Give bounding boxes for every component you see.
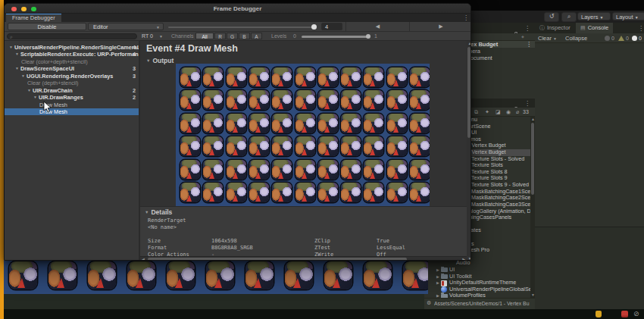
sprite-icon: [341, 136, 361, 156]
type-icon[interactable]: ◉: [506, 109, 511, 115]
console-error-count[interactable]: 0: [632, 35, 642, 42]
hidden-count-icon[interactable]: ⌀: [516, 109, 519, 115]
event-slider-track[interactable]: [168, 27, 317, 28]
collapse-button[interactable]: Collapse: [565, 35, 587, 42]
disable-button[interactable]: Disable: [8, 23, 86, 30]
close-icon[interactable]: [11, 7, 17, 12]
foldout-arrow-icon[interactable]: ▼: [9, 45, 13, 49]
vertical-scrollbar[interactable]: ▲ ▼: [467, 41, 471, 261]
channel-button-a[interactable]: A: [251, 33, 262, 39]
tab-frame-debugger[interactable]: Frame Debugger: [6, 14, 61, 22]
scroll-down-icon[interactable]: ▼: [468, 257, 472, 261]
sprite-icon: [203, 183, 223, 202]
project-item[interactable]: ▶UI Toolkit: [424, 274, 530, 280]
scroll-up-icon[interactable]: ▲: [531, 117, 535, 121]
foldout-arrow-icon[interactable]: ▼: [21, 73, 25, 78]
kebab-menu-icon[interactable]: ⋮: [524, 25, 530, 33]
tree-item[interactable]: ▼UGUI.Rendering.RenderOverlays3: [5, 73, 139, 80]
tree-item[interactable]: ▼DrawScreenSpaceUI3: [5, 65, 139, 72]
event-number-field[interactable]: 4: [321, 23, 342, 30]
foldout-arrow-icon[interactable]: ▼: [27, 88, 31, 92]
console-message-list[interactable]: [535, 43, 644, 227]
tree-item[interactable]: ▼ScriptableRenderer.Execute: URP-Perform…: [5, 51, 139, 58]
project-item-label: Audio: [456, 260, 470, 267]
project-item-label: DialogGallery (Animation, Data): [464, 208, 530, 215]
status-bell-icon[interactable]: [596, 311, 602, 317]
chevron-down-icon: ▼: [553, 36, 557, 41]
tree-item[interactable]: Clear (depth+stencil): [5, 80, 139, 86]
levels-slider-track[interactable]: [302, 36, 368, 38]
next-event-button[interactable]: ▶: [409, 22, 471, 31]
scroll-up-icon[interactable]: ▲: [468, 42, 472, 45]
foldout-arrow-icon[interactable]: ▼: [15, 66, 19, 70]
sprite-icon: [285, 261, 313, 289]
project-item[interactable]: UniversalRenderPipelineGlobalSettings: [424, 286, 530, 293]
project-item[interactable]: Audio: [424, 260, 530, 267]
scrollbar-thumb[interactable]: [531, 123, 534, 195]
tab-inspector[interactable]: ⓘInspector: [535, 23, 575, 33]
status-grid-icon[interactable]: [621, 311, 628, 317]
foldout-arrow-icon[interactable]: ▶: [435, 274, 441, 280]
scrollbar-thumb[interactable]: [148, 258, 407, 261]
kebab-menu-icon[interactable]: ⋮: [524, 100, 530, 108]
event-title: Event #4 Draw Mesh: [146, 43, 238, 54]
project-item[interactable]: ▶UI: [424, 267, 530, 274]
scroll-right-icon[interactable]: ▶: [462, 258, 465, 261]
search-input[interactable]: ⌕: [7, 33, 137, 39]
maximize-icon[interactable]: [31, 7, 36, 12]
rt-dropdown[interactable]: RT 0 ▼: [142, 33, 163, 39]
search-icon[interactable]: ⌕: [561, 12, 577, 22]
horizontal-scrollbar[interactable]: ◀ ▶: [140, 256, 467, 261]
channel-button-r[interactable]: R: [214, 33, 226, 39]
output-foldout[interactable]: ▼Output: [146, 57, 174, 64]
foldout-arrow-icon[interactable]: ▼: [33, 95, 37, 99]
folder-icon: [441, 267, 448, 272]
kebab-menu-icon[interactable]: ⋮: [638, 25, 644, 33]
label-icon[interactable]: ◪: [496, 109, 501, 115]
sprite-icon: [180, 67, 200, 87]
layout-dropdown[interactable]: Layout ▼: [612, 12, 644, 20]
tree-item[interactable]: ▼UniversalRenderPipeline.RenderSingleCam…: [5, 44, 139, 51]
channel-button-all[interactable]: All: [195, 33, 214, 39]
info-icon: ⓘ: [539, 25, 545, 30]
picker-icon[interactable]: ⌖: [521, 34, 524, 40]
tree-item-label: UGUI.Rendering.RenderOverlays: [27, 73, 113, 80]
sprite-icon: [272, 136, 292, 156]
channel-button-b[interactable]: B: [239, 33, 250, 39]
detail-value: True: [377, 238, 389, 244]
clear-button[interactable]: Clear ▼: [538, 35, 557, 42]
foldout-arrow-icon[interactable]: ▶: [435, 267, 441, 274]
favorites-icon[interactable]: ✦: [485, 109, 489, 115]
layers-dropdown[interactable]: Layers ▼: [577, 12, 611, 20]
foldout-arrow-icon[interactable]: ▼: [15, 52, 19, 56]
window-titlebar[interactable]: Frame Debugger: [5, 4, 470, 14]
details-foldout[interactable]: ▼Details: [145, 208, 172, 216]
project-item[interactable]: ▶UnityDefaultRuntimeTheme: [424, 280, 530, 286]
foldout-arrow-icon[interactable]: ▶: [435, 280, 441, 286]
folder-icon: [441, 274, 448, 279]
scroll-left-icon[interactable]: ◀: [142, 258, 145, 261]
history-icon[interactable]: ↺: [544, 12, 559, 22]
tree-item[interactable]: ▼UIR.DrawChain2: [5, 87, 139, 94]
minimize-icon[interactable]: [21, 7, 27, 12]
console-info-count[interactable]: 0: [605, 35, 614, 42]
previous-event-button[interactable]: ◀: [345, 22, 409, 31]
tree-item[interactable]: Draw Mesh: [5, 102, 139, 108]
scroll-down-icon[interactable]: ▼: [531, 293, 535, 297]
levels-slider-handle[interactable]: [366, 34, 370, 39]
target-dropdown[interactable]: Editor ▼: [88, 23, 164, 30]
project-scrollbar[interactable]: ▲ ▼: [530, 117, 535, 298]
draw-call-count: 2: [133, 87, 136, 94]
channel-button-g[interactable]: G: [227, 33, 238, 39]
kebab-menu-icon[interactable]: ⋮: [463, 14, 469, 22]
status-progress-icon[interactable]: ⊘: [633, 309, 639, 319]
tree-item[interactable]: Clear (color+depth+stencil): [5, 58, 139, 65]
scrollbar-thumb[interactable]: [467, 47, 470, 138]
tab-console[interactable]: ▤Console: [576, 23, 613, 33]
draw-call-count: 2: [133, 94, 136, 101]
event-slider-handle[interactable]: [311, 24, 317, 30]
tree-item[interactable]: ▼UIR.DrawRanges2: [5, 94, 139, 101]
console-warning-count[interactable]: 0: [618, 35, 629, 42]
tree-item[interactable]: Draw Mesh: [5, 108, 139, 115]
filter-icon[interactable]: ⧉: [474, 109, 478, 115]
